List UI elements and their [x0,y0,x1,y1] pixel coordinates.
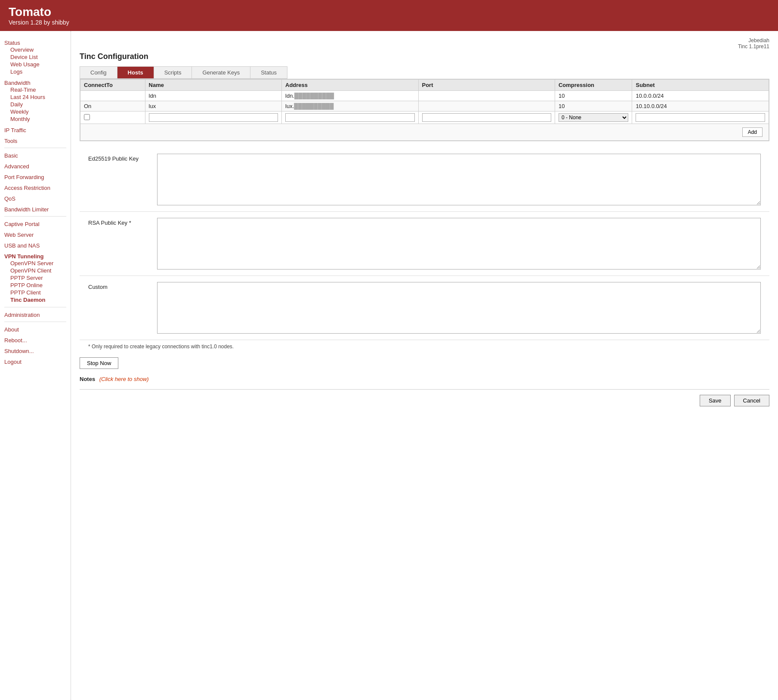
sidebar-item-device-list[interactable]: Device List [4,53,66,61]
sidebar-item-tools[interactable]: Tools [4,138,66,144]
table-row: On lux lux.██████████ 10 10.10.0.0/24 [80,101,769,112]
sidebar-item-monthly[interactable]: Monthly [4,115,66,123]
sidebar-item-web-usage[interactable]: Web Usage [4,61,66,68]
row1-port [418,91,555,101]
table-row: ldn ldn.██████████ 10 10.0.0.0/24 [80,91,769,101]
app-header: Tomato Version 1.28 by shibby [0,0,778,31]
sidebar-item-reboot[interactable]: Reboot... [4,337,66,344]
row2-subnet: 10.10.0.0/24 [632,101,769,112]
hosts-table: ConnectTo Name Address Port Compression … [80,79,769,141]
sidebar-item-logs[interactable]: Logs [4,68,66,75]
new-address-cell [282,112,418,124]
tab-generate-keys[interactable]: Generate Keys [192,67,250,78]
col-address: Address [282,80,418,91]
row2-connectto: On [80,101,145,112]
new-name-input[interactable] [149,113,278,122]
rsa-textarea[interactable] [157,218,761,269]
sidebar-item-vpn-tunneling[interactable]: VPN Tunneling [4,253,66,260]
add-button-row: Add [80,124,769,141]
col-name: Name [145,80,281,91]
sidebar-item-bandwidth-limiter[interactable]: Bandwidth Limiter [4,206,66,213]
new-port-input[interactable] [422,113,551,122]
ed25519-section: Ed25519 Public Key [80,148,769,212]
tab-config[interactable]: Config [80,67,117,78]
hosts-table-container: ConnectTo Name Address Port Compression … [80,79,769,141]
custom-section: Custom [80,276,769,340]
sidebar-item-openvpn-server[interactable]: OpenVPN Server [4,260,66,267]
sidebar: Status Overview Device List Web Usage Lo… [0,31,71,700]
sidebar-item-basic[interactable]: Basic [4,152,66,159]
tab-scripts[interactable]: Scripts [154,67,192,78]
sidebar-item-port-forwarding[interactable]: Port Forwarding [4,174,66,180]
sidebar-item-usb-nas[interactable]: USB and NAS [4,242,66,249]
notes-label: Notes [80,376,95,382]
ed25519-label: Ed25519 Public Key [88,154,157,162]
sidebar-item-realtime[interactable]: Real-Time [4,86,66,93]
tab-status[interactable]: Status [250,67,287,78]
daemon-version: Tinc 1.1pre11 [738,43,769,50]
rsa-label: RSA Public Key * [88,218,157,226]
sidebar-item-about[interactable]: About [4,326,66,333]
sidebar-item-overview[interactable]: Overview [4,46,66,53]
sidebar-item-advanced[interactable]: Advanced [4,163,66,170]
sidebar-item-logout[interactable]: Logout [4,359,66,365]
sidebar-item-pptp-online[interactable]: PPTP Online [4,282,66,289]
stop-now-button[interactable]: Stop Now [80,357,118,369]
sidebar-item-openvpn-client[interactable]: OpenVPN Client [4,267,66,274]
custom-textarea[interactable] [157,282,761,334]
new-connectto-cell [80,112,145,124]
row1-name: ldn [145,91,281,101]
username: Jebediah [748,37,769,43]
row2-port [418,101,555,112]
sidebar-item-administration[interactable]: Administration [4,312,66,318]
new-host-row: 0 - None [80,112,769,124]
save-button[interactable]: Save [700,395,731,406]
row1-connectto [80,91,145,101]
sidebar-item-captive-portal[interactable]: Captive Portal [4,221,66,227]
cancel-button[interactable]: Cancel [734,395,769,406]
new-compression-cell: 0 - None [555,112,632,124]
sidebar-item-pptp-server[interactable]: PPTP Server [4,274,66,282]
sidebar-item-tinc-daemon[interactable]: Tinc Daemon [4,296,66,304]
notes-section: Notes (Click here to show) [80,373,769,385]
row1-address: ldn.██████████ [282,91,418,101]
sidebar-item-status[interactable]: Status [4,40,66,46]
tab-bar: Config Hosts Scripts Generate Keys Statu… [80,66,287,79]
sidebar-item-access-restriction[interactable]: Access Restriction [4,185,66,191]
sidebar-item-shutdown[interactable]: Shutdown... [4,348,66,354]
footnote: * Only required to create legacy connect… [80,340,769,353]
new-compression-select[interactable]: 0 - None [559,113,629,122]
new-subnet-cell [632,112,769,124]
sidebar-item-weekly[interactable]: Weekly [4,108,66,115]
row2-address: lux.██████████ [282,101,418,112]
col-subnet: Subnet [632,80,769,91]
rsa-section: RSA Public Key * [80,212,769,276]
col-compression: Compression [555,80,632,91]
sidebar-item-qos[interactable]: QoS [4,195,66,202]
row1-compression: 10 [555,91,632,101]
app-title: Tomato [9,5,769,19]
sidebar-item-pptp-client[interactable]: PPTP Client [4,289,66,296]
sidebar-item-daily[interactable]: Daily [4,101,66,108]
new-connectto-checkbox[interactable] [84,114,90,120]
ed25519-textarea[interactable] [157,154,761,205]
col-connectto: ConnectTo [80,80,145,91]
custom-label: Custom [88,282,157,290]
new-name-cell [145,112,281,124]
sidebar-item-last24[interactable]: Last 24 Hours [4,93,66,101]
add-host-button[interactable]: Add [742,127,763,137]
add-button-cell: Add [80,124,769,141]
sidebar-item-bandwidth[interactable]: Bandwidth [4,80,66,86]
new-subnet-input[interactable] [636,113,765,122]
new-address-input[interactable] [285,113,414,122]
sidebar-item-web-server[interactable]: Web Server [4,232,66,238]
row2-name: lux [145,101,281,112]
tab-hosts[interactable]: Hosts [117,67,154,78]
notes-toggle[interactable]: (Click here to show) [99,376,149,382]
new-port-cell [418,112,555,124]
main-content: Jebediah Tinc 1.1pre11 Tinc Configuratio… [71,31,778,700]
row1-subnet: 10.0.0.0/24 [632,91,769,101]
sidebar-item-ip-traffic[interactable]: IP Traffic [4,127,66,133]
row2-compression: 10 [555,101,632,112]
app-version: Version 1.28 by shibby [9,19,769,26]
